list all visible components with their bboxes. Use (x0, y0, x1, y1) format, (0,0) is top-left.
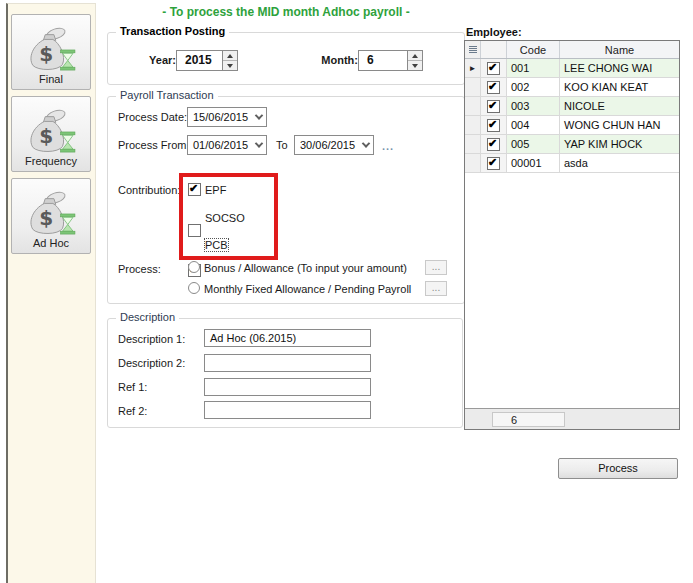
employee-checkbox-cell[interactable] (481, 154, 507, 172)
employee-checkbox-cell[interactable] (481, 78, 507, 96)
sidebar-button[interactable]: $ Frequency (11, 96, 91, 172)
description-field-label: Ref 2: (118, 405, 147, 417)
month-label: Month: (313, 54, 358, 66)
description-field-input[interactable]: Ad Hoc (06.2015) (204, 329, 371, 347)
employee-checkbox-cell[interactable] (481, 97, 507, 115)
month-spinner[interactable]: 6 (358, 50, 423, 71)
current-row-arrow-icon: ► (469, 64, 477, 73)
money-bag-icon: $ (24, 190, 78, 236)
employee-row[interactable]: 002 KOO KIAN KEAT (465, 78, 679, 97)
employee-row[interactable]: 004 WONG CHUN HAN (465, 116, 679, 135)
employee-code-cell[interactable]: 005 (507, 135, 560, 153)
employee-count: 6 (492, 412, 565, 427)
month-value[interactable]: 6 (359, 51, 407, 70)
sidebar-button-label: Frequency (25, 155, 77, 167)
code-column-header[interactable]: Code (507, 41, 560, 58)
process-button[interactable]: Process (558, 458, 678, 479)
row-indicator-cell (465, 116, 481, 134)
process-from-combo[interactable]: 01/06/2015 (187, 135, 267, 155)
employee-name-cell[interactable]: WONG CHUN HAN (560, 116, 679, 134)
to-label: To (276, 139, 288, 151)
grid-empty-area (465, 173, 679, 408)
employee-code-cell[interactable]: 003 (507, 97, 560, 115)
svg-text:$: $ (39, 124, 53, 148)
sidebar-button-label: Ad Hoc (33, 237, 69, 249)
employee-checkbox[interactable] (487, 119, 500, 132)
description-group: Description Description 1: Ad Hoc (06.20… (107, 318, 463, 428)
group-legend: Transaction Posting (116, 25, 229, 37)
employee-name-cell[interactable]: LEE CHONG WAI (560, 59, 679, 77)
chevron-down-icon[interactable] (359, 142, 373, 148)
employee-row[interactable]: ► 001 LEE CHONG WAI (465, 59, 679, 78)
spin-up-icon[interactable] (223, 51, 237, 60)
process-option-more-button[interactable]: ... (425, 260, 447, 275)
process-to-combo[interactable]: 30/06/2015 (294, 135, 374, 155)
grid-rows: ► 001 LEE CHONG WAI 002 KOO KIAN KEAT 00… (465, 59, 679, 173)
sidebar-button[interactable]: $ Final (11, 14, 91, 90)
contribution-label: Contribution: (118, 184, 180, 196)
group-legend: Payroll Transaction (116, 89, 218, 101)
process-from-value: 01/06/2015 (188, 139, 252, 151)
spin-down-icon[interactable] (223, 60, 237, 70)
svg-text:$: $ (39, 42, 53, 66)
employee-checkbox-cell[interactable] (481, 116, 507, 134)
select-all-icon[interactable] (465, 41, 481, 58)
chevron-down-icon[interactable] (252, 114, 266, 120)
row-indicator-cell: ► (465, 59, 481, 77)
money-bag-icon: $ (24, 108, 78, 154)
contribution-checkbox[interactable] (188, 183, 201, 196)
description-field-label: Description 2: (118, 357, 185, 369)
employee-code-cell[interactable]: 002 (507, 78, 560, 96)
spin-down-icon[interactable] (408, 60, 422, 70)
description-field-input[interactable] (204, 354, 371, 372)
group-legend: Description (116, 311, 179, 323)
grid-header-row: Code Name (465, 41, 679, 59)
employee-name-cell[interactable]: YAP KIM HOCK (560, 135, 679, 153)
employee-name-cell[interactable]: KOO KIAN KEAT (560, 78, 679, 96)
process-option-more-button[interactable]: ... (425, 281, 447, 296)
chevron-down-icon[interactable] (252, 142, 266, 148)
contribution-checkbox-label: SOCSO (205, 212, 245, 224)
year-spin-buttons[interactable] (222, 51, 237, 70)
process-option-label: Monthly Fixed Allowance / Pending Payrol… (204, 283, 411, 295)
employee-name-cell[interactable]: asda (560, 154, 679, 172)
date-range-more-link[interactable]: ... (382, 140, 394, 152)
employee-checkbox[interactable] (487, 62, 500, 75)
employee-code-cell[interactable]: 00001 (507, 154, 560, 172)
page-title: - To process the MID month Adhoc payroll… (107, 5, 465, 19)
year-spinner[interactable]: 2015 (176, 50, 238, 71)
sidebar: $ Final $ Frequency $ (6, 3, 96, 583)
employee-code-cell[interactable]: 004 (507, 116, 560, 134)
contribution-checkbox-label: PCB (205, 239, 228, 251)
process-option-radio[interactable] (188, 282, 200, 294)
checkbox-column-header[interactable] (481, 41, 507, 58)
process-from-label: Process From: (118, 139, 190, 151)
process-date-combo[interactable]: 15/06/2015 (187, 107, 267, 127)
year-value[interactable]: 2015 (177, 51, 222, 70)
employee-row[interactable]: 003 NICOLE (465, 97, 679, 116)
employee-checkbox[interactable] (487, 81, 500, 94)
sidebar-button[interactable]: $ Ad Hoc (11, 178, 91, 254)
process-option-radio[interactable] (188, 261, 200, 273)
adhoc-payroll-window: $ Final $ Frequency $ (0, 0, 693, 583)
description-field-label: Description 1: (118, 333, 185, 345)
name-column-header[interactable]: Name (560, 41, 679, 58)
spin-up-icon[interactable] (408, 51, 422, 60)
employee-code-cell[interactable]: 001 (507, 59, 560, 77)
employee-row[interactable]: 00001 asda (465, 154, 679, 173)
employee-grid[interactable]: Code Name ► 001 LEE CHONG WAI 002 KOO KI… (464, 40, 680, 430)
process-option-label: Bonus / Allowance (To input your amount) (204, 262, 407, 274)
employee-checkbox-cell[interactable] (481, 59, 507, 77)
employee-checkbox-cell[interactable] (481, 135, 507, 153)
description-field-input[interactable] (204, 378, 371, 396)
row-indicator-cell (465, 97, 481, 115)
description-field-input[interactable] (204, 401, 371, 419)
employee-checkbox[interactable] (487, 157, 500, 170)
employee-checkbox[interactable] (487, 138, 500, 151)
contribution-checkbox[interactable] (188, 224, 201, 237)
employee-row[interactable]: 005 YAP KIM HOCK (465, 135, 679, 154)
employee-checkbox[interactable] (487, 100, 500, 113)
year-label: Year: (138, 54, 176, 66)
employee-name-cell[interactable]: NICOLE (560, 97, 679, 115)
month-spin-buttons[interactable] (407, 51, 422, 70)
